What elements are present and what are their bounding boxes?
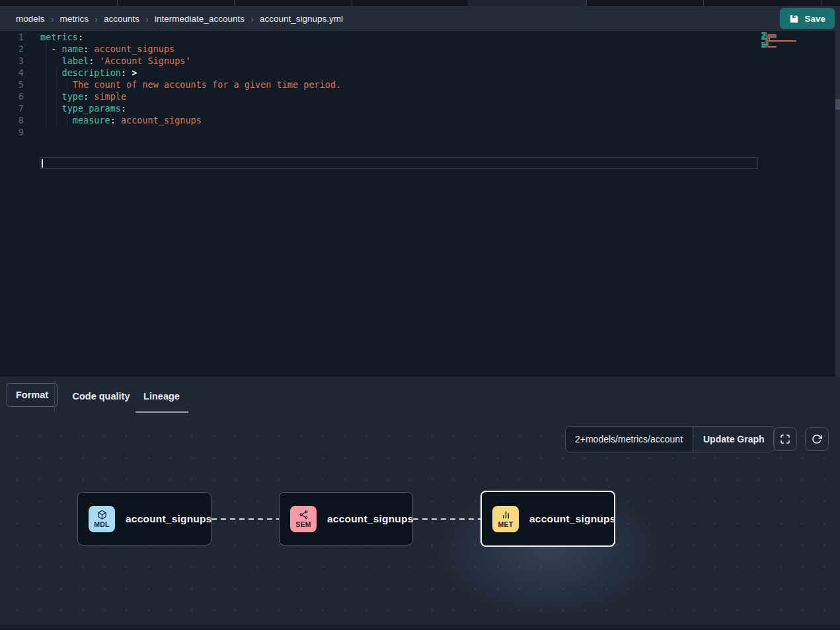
code-line[interactable]: 6 type: simple bbox=[0, 90, 840, 102]
breadcrumb-bar: models›metrics›accounts›intermediate_acc… bbox=[0, 6, 840, 31]
editor-scrollbar[interactable] bbox=[835, 31, 840, 376]
tab-code-quality[interactable]: Code quality bbox=[68, 376, 134, 416]
minimap-token bbox=[766, 46, 767, 48]
line-number: 5 bbox=[0, 79, 24, 90]
code-text: metrics: bbox=[40, 31, 83, 43]
indent-guide bbox=[56, 67, 57, 126]
minimap-line bbox=[761, 38, 802, 40]
lineage-node-sem[interactable]: SEMaccount_signups bbox=[279, 492, 413, 545]
indent-guide bbox=[67, 114, 67, 126]
code-token: name bbox=[62, 44, 84, 54]
node-label: account_signups bbox=[327, 513, 413, 525]
fullscreen-icon bbox=[780, 434, 790, 444]
code-line[interactable]: 2 - name: account_signups bbox=[0, 43, 840, 55]
code-token: simple bbox=[89, 91, 126, 102]
node-type-label: MET bbox=[498, 520, 513, 528]
file-tab[interactable] bbox=[821, 0, 840, 6]
panel-header: Format Code quality Lineage bbox=[0, 376, 840, 416]
text-cursor bbox=[42, 159, 43, 168]
code-line[interactable]: 9 bbox=[0, 126, 840, 138]
minimap-token bbox=[766, 34, 767, 36]
line-number: 3 bbox=[0, 55, 24, 67]
minimap-line bbox=[761, 36, 802, 38]
file-tab[interactable] bbox=[0, 0, 118, 6]
bottom-strip bbox=[0, 624, 840, 630]
code-text: measure: account_signups bbox=[40, 114, 202, 126]
breadcrumb-item[interactable]: intermediate_accounts bbox=[155, 14, 245, 24]
file-tab[interactable] bbox=[469, 0, 587, 6]
minimap-token bbox=[761, 38, 768, 40]
code-text: type: simple bbox=[40, 90, 126, 102]
breadcrumb-item[interactable]: accounts bbox=[104, 14, 139, 24]
bar-chart-icon bbox=[501, 510, 511, 520]
code-token: type_params bbox=[62, 103, 121, 114]
minimap-line bbox=[761, 46, 802, 48]
code-text: The count of new accounts for a given ti… bbox=[40, 79, 341, 90]
lineage-selector-input[interactable] bbox=[566, 427, 693, 452]
minimap-line bbox=[761, 40, 802, 42]
code-line[interactable]: 5 The count of new accounts for a given … bbox=[0, 79, 840, 90]
fullscreen-button[interactable] bbox=[773, 427, 797, 451]
minimap-line bbox=[761, 32, 802, 34]
code-token: : bbox=[83, 44, 89, 54]
minimap-token bbox=[765, 36, 765, 38]
node-type-label: SEM bbox=[295, 520, 311, 528]
lineage-node-met[interactable]: METaccount_signups bbox=[480, 491, 615, 547]
code-line[interactable]: 4 description: > bbox=[0, 67, 840, 79]
line-number: 1 bbox=[0, 31, 24, 43]
scrollbar-thumb[interactable] bbox=[835, 99, 840, 110]
code-text: description: > bbox=[40, 67, 137, 79]
file-tab[interactable] bbox=[704, 0, 821, 6]
code-token: : bbox=[121, 67, 126, 78]
code-line[interactable]: 3 label: 'Account Signups' bbox=[0, 55, 840, 67]
line-number: 2 bbox=[0, 43, 24, 55]
chevron-right-icon: › bbox=[51, 14, 54, 24]
save-icon bbox=[789, 14, 799, 24]
file-tab[interactable] bbox=[235, 0, 352, 6]
refresh-button[interactable] bbox=[805, 427, 829, 451]
file-tab-strip bbox=[0, 0, 840, 6]
file-tab[interactable] bbox=[118, 0, 235, 6]
minimap-token bbox=[765, 42, 769, 44]
breadcrumb-item[interactable]: models bbox=[16, 14, 45, 24]
file-tab[interactable] bbox=[352, 0, 470, 6]
bottom-panel: Format Code quality Lineage MDLaccount_s… bbox=[0, 376, 840, 630]
file-tab[interactable] bbox=[587, 0, 705, 6]
lineage-canvas[interactable]: MDLaccount_signupsSEMaccount_signupsMETa… bbox=[0, 416, 840, 624]
minimap[interactable] bbox=[761, 32, 802, 50]
minimap-token bbox=[769, 38, 770, 40]
cube-icon bbox=[97, 510, 107, 520]
save-label: Save bbox=[804, 14, 825, 24]
minimap-line bbox=[761, 48, 802, 50]
lineage-node-mdl[interactable]: MDLaccount_signups bbox=[77, 492, 211, 545]
chevron-right-icon: › bbox=[95, 14, 98, 24]
node-label: account_signups bbox=[126, 513, 211, 525]
code-token: account_signups bbox=[89, 44, 174, 54]
code-line[interactable]: 8 measure: account_signups bbox=[0, 114, 840, 126]
save-button[interactable]: Save bbox=[780, 8, 835, 29]
minimap-token bbox=[765, 40, 797, 42]
code-line[interactable]: 7 type_params: bbox=[0, 102, 840, 114]
node-type-badge: MET bbox=[492, 506, 519, 532]
indent-guide bbox=[67, 79, 67, 90]
format-button[interactable]: Format bbox=[7, 383, 57, 407]
breadcrumb-item[interactable]: metrics bbox=[60, 14, 89, 24]
code-line[interactable]: 1metrics: bbox=[0, 31, 840, 43]
update-graph-button[interactable]: Update Graph bbox=[693, 427, 775, 452]
code-token bbox=[40, 67, 62, 78]
chevron-right-icon: › bbox=[250, 14, 254, 24]
code-token: description bbox=[62, 67, 121, 78]
ide-window: models›metrics›accounts›intermediate_acc… bbox=[0, 0, 840, 630]
code-token: metrics bbox=[40, 32, 78, 42]
tab-lineage[interactable]: Lineage bbox=[134, 376, 190, 416]
code-token: 'Account Signups' bbox=[94, 55, 190, 66]
code-token: label bbox=[62, 55, 89, 66]
code-token: type bbox=[62, 91, 84, 102]
breadcrumb-item[interactable]: account_signups.yml bbox=[260, 14, 343, 24]
line-number: 8 bbox=[0, 114, 24, 126]
minimap-token bbox=[761, 46, 766, 48]
code-token bbox=[40, 91, 62, 102]
code-editor[interactable]: 1metrics:2 - name: account_signups3 labe… bbox=[0, 31, 840, 376]
code-token: : bbox=[121, 103, 126, 114]
minimap-token bbox=[768, 38, 769, 40]
